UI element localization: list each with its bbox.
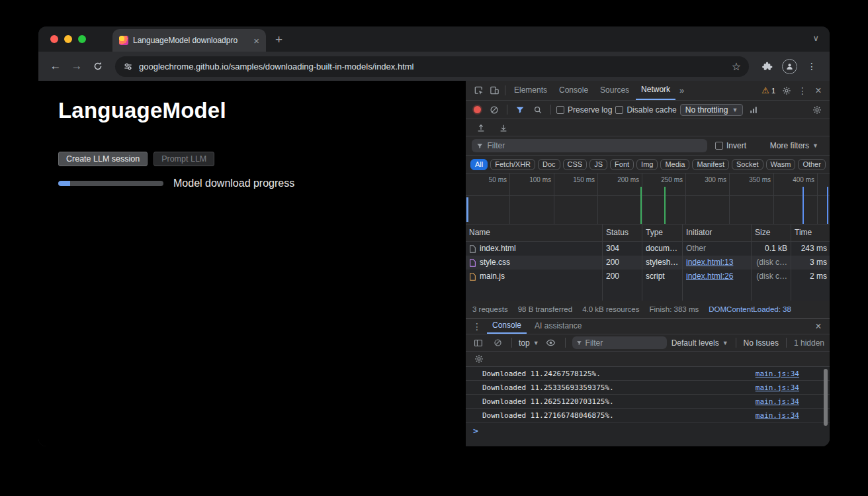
minimize-window-button[interactable] (64, 35, 72, 43)
export-har-button[interactable] (496, 121, 511, 135)
source-link[interactable]: main.js:34 (756, 383, 799, 392)
console-message[interactable]: Downloaded 11.27166748046875%. main.js:3… (466, 409, 830, 422)
network-conditions-button[interactable] (746, 103, 761, 117)
profile-button[interactable] (779, 57, 799, 75)
throttling-select[interactable]: No throttling ▼ (680, 104, 744, 116)
chip-img[interactable]: Img (636, 159, 658, 170)
disable-cache-checkbox[interactable] (615, 106, 623, 114)
tab-network[interactable]: Network (636, 81, 675, 100)
chip-other[interactable]: Other (798, 159, 826, 170)
source-link[interactable]: main.js:34 (756, 411, 799, 420)
more-filters-button[interactable]: More filters ▼ (770, 141, 824, 150)
network-settings-button[interactable] (810, 103, 824, 117)
network-filter-input[interactable] (487, 141, 703, 150)
table-row[interactable]: main.js 200 script index.html:26 (disk c… (466, 270, 830, 283)
browser-tab[interactable]: LanguageModel downloadpro × (112, 29, 266, 52)
chip-wasm[interactable]: Wasm (766, 159, 796, 170)
table-row[interactable]: style.css 200 stylesh… index.html:13 (di… (466, 256, 830, 270)
inspect-element-button[interactable] (471, 83, 486, 98)
console-context-select[interactable]: top ▼ (519, 338, 539, 348)
address-bar[interactable]: googlechrome.github.io/samples/downloadi… (115, 56, 749, 77)
devtools-menu-button[interactable]: ⋮ (795, 83, 810, 98)
invert-checkbox[interactable] (715, 142, 723, 150)
source-link[interactable]: main.js:34 (756, 397, 799, 406)
chip-font[interactable]: Font (610, 159, 634, 170)
drawer-tab-console[interactable]: Console (487, 319, 527, 334)
log-levels-select[interactable]: Default levels ▼ (672, 338, 728, 348)
chip-css[interactable]: CSS (563, 159, 587, 170)
record-network-button[interactable] (474, 106, 481, 113)
extensions-button[interactable] (757, 57, 777, 75)
preserve-log-checkbox[interactable] (556, 106, 564, 114)
network-timeline[interactable]: 50 ms 100 ms 150 ms 200 ms 250 ms 300 ms… (466, 174, 830, 224)
col-type[interactable]: Type (642, 224, 683, 242)
col-initiator[interactable]: Initiator (683, 224, 752, 242)
prompt-llm-button[interactable]: Prompt LLM (153, 152, 214, 166)
clear-console-button[interactable] (490, 336, 505, 350)
import-har-button[interactable] (474, 121, 488, 135)
device-toolbar-button[interactable] (487, 83, 501, 98)
network-search-button[interactable] (531, 103, 545, 117)
console-prompt[interactable]: > (466, 422, 830, 438)
col-status[interactable]: Status (603, 224, 642, 242)
reload-button[interactable] (89, 57, 107, 75)
tab-elements[interactable]: Elements (509, 81, 552, 100)
close-window-button[interactable] (50, 35, 58, 43)
summary-requests: 3 requests (472, 305, 508, 313)
forward-button[interactable]: → (67, 57, 86, 75)
hidden-messages-count[interactable]: 1 hidden (794, 338, 824, 348)
issues-counter[interactable]: ⚠ 1 (759, 85, 778, 95)
drawer-close-button[interactable]: × (811, 319, 826, 334)
device-toolbar-icon (490, 85, 499, 95)
issues-status[interactable]: No Issues (744, 338, 779, 348)
disable-cache-option[interactable]: Disable cache (615, 105, 676, 115)
console-sidebar-toggle-button[interactable] (471, 336, 486, 350)
clear-network-button[interactable] (487, 103, 501, 117)
chip-js[interactable]: JS (589, 159, 607, 170)
site-settings-icon[interactable] (123, 62, 133, 72)
chip-doc[interactable]: Doc (538, 159, 560, 170)
tab-console[interactable]: Console (554, 81, 593, 100)
chip-manifest[interactable]: Manifest (692, 159, 729, 170)
create-llm-session-button[interactable]: Create LLM session (58, 152, 148, 166)
console-settings-button[interactable] (472, 352, 486, 366)
devtools-settings-button[interactable] (779, 83, 794, 98)
console-message[interactable]: Downloaded 11.24267578125%. main.js:34 (466, 367, 830, 381)
more-tabs-chevron-icon[interactable]: » (677, 85, 687, 95)
url-text[interactable]: googlechrome.github.io/samples/downloadi… (139, 62, 726, 72)
invert-filter-option[interactable]: Invert (715, 141, 746, 150)
col-size[interactable]: Size (752, 224, 791, 242)
tab-search-chevron-icon[interactable]: ∨ (812, 33, 819, 43)
source-link[interactable]: main.js:34 (756, 370, 799, 378)
initiator-link[interactable]: index.html:13 (686, 258, 733, 267)
chip-fetch-xhr[interactable]: Fetch/XHR (490, 159, 535, 170)
table-row[interactable]: index.html 304 docum… Other 0.1 kB 243 m… (466, 242, 830, 256)
col-time[interactable]: Time (791, 224, 830, 242)
request-size: (disk c… (752, 256, 791, 270)
maximize-window-button[interactable] (78, 35, 86, 43)
console-filter-box[interactable] (572, 336, 667, 349)
devtools-close-button[interactable]: × (811, 83, 826, 98)
col-name[interactable]: Name (466, 224, 603, 242)
drawer-menu-button[interactable]: ⋮ (470, 319, 484, 334)
new-tab-button[interactable]: + (275, 33, 282, 46)
browser-menu-button[interactable]: ⋮ (802, 57, 822, 75)
chip-all[interactable]: All (470, 159, 488, 170)
back-button[interactable]: ← (46, 57, 65, 75)
initiator-link[interactable]: index.html:26 (686, 272, 733, 281)
bookmark-star-icon[interactable]: ☆ (732, 60, 741, 73)
live-expression-button[interactable] (544, 336, 558, 350)
network-filter-box[interactable] (472, 139, 707, 152)
request-initiator: Other (683, 242, 752, 256)
console-message[interactable]: Downloaded 11.26251220703125%. main.js:3… (466, 395, 830, 409)
preserve-log-option[interactable]: Preserve log (556, 105, 612, 115)
console-filter-input[interactable] (586, 338, 663, 348)
tab-close-icon[interactable]: × (252, 36, 261, 46)
console-message[interactable]: Downloaded 11.25335693359375%. main.js:3… (466, 381, 830, 395)
network-filter-toggle-button[interactable] (513, 103, 527, 117)
tab-sources[interactable]: Sources (595, 81, 634, 100)
chip-media[interactable]: Media (660, 159, 689, 170)
drawer-tab-ai-assistance[interactable]: AI assistance (529, 319, 587, 334)
chip-socket[interactable]: Socket (732, 159, 763, 170)
console-scrollbar[interactable] (824, 369, 828, 426)
